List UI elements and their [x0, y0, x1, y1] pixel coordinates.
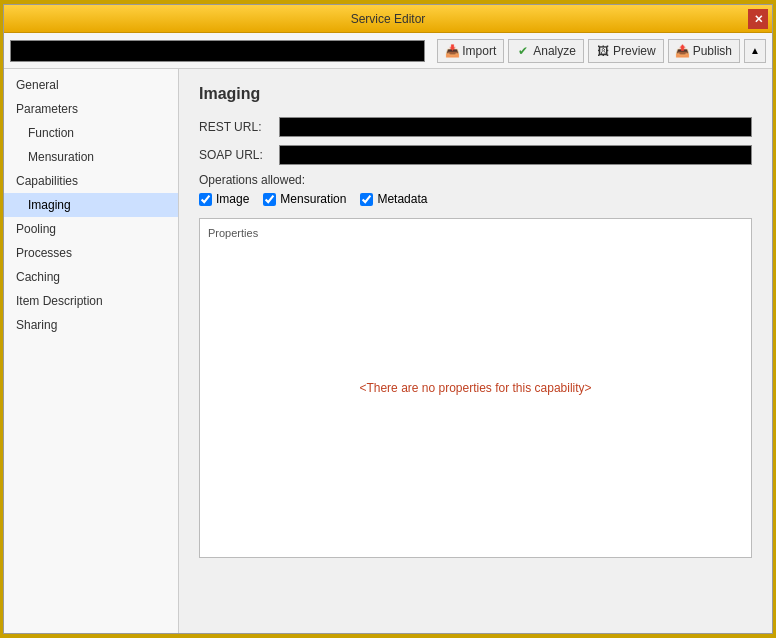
- title-bar: Service Editor ✕: [4, 5, 772, 33]
- close-button[interactable]: ✕: [748, 9, 768, 29]
- window-title: Service Editor: [351, 12, 426, 26]
- sidebar-item-caching[interactable]: Caching: [4, 265, 178, 289]
- section-title: Imaging: [199, 85, 752, 103]
- sidebar-item-sharing[interactable]: Sharing: [4, 313, 178, 337]
- main-content: General Parameters Function Mensuration …: [4, 69, 772, 633]
- publish-button[interactable]: 📤 Publish: [668, 39, 740, 63]
- sidebar-item-imaging[interactable]: Imaging: [4, 193, 178, 217]
- preview-icon: 🖼: [596, 44, 610, 58]
- rest-url-label: REST URL:: [199, 120, 279, 134]
- analyze-button[interactable]: ✔ Analyze: [508, 39, 584, 63]
- checkbox-metadata-input[interactable]: [360, 193, 373, 206]
- sidebar-item-pooling[interactable]: Pooling: [4, 217, 178, 241]
- soap-url-value[interactable]: [279, 145, 752, 165]
- soap-url-label: SOAP URL:: [199, 148, 279, 162]
- sidebar-item-parameters[interactable]: Parameters: [4, 97, 178, 121]
- sidebar-item-capabilities[interactable]: Capabilities: [4, 169, 178, 193]
- toolbar: 📥 Import ✔ Analyze 🖼 Preview 📤 Publish ▲: [4, 33, 772, 69]
- sidebar-item-processes[interactable]: Processes: [4, 241, 178, 265]
- rest-url-row: REST URL:: [199, 117, 752, 137]
- rest-url-value[interactable]: [279, 117, 752, 137]
- operations-label: Operations allowed:: [199, 173, 752, 187]
- import-button[interactable]: 📥 Import: [437, 39, 504, 63]
- checkboxes-row: Image Mensuration Metadata: [199, 192, 752, 206]
- main-window: Service Editor ✕ 📥 Import ✔ Analyze 🖼 Pr…: [3, 4, 773, 634]
- checkbox-image-input[interactable]: [199, 193, 212, 206]
- soap-url-row: SOAP URL:: [199, 145, 752, 165]
- checkbox-image[interactable]: Image: [199, 192, 249, 206]
- url-bar[interactable]: [10, 40, 425, 62]
- sidebar-item-general[interactable]: General: [4, 73, 178, 97]
- sidebar-item-function[interactable]: Function: [4, 121, 178, 145]
- no-properties-message: <There are no properties for this capabi…: [359, 381, 591, 395]
- content-area: Imaging REST URL: SOAP URL: Operations a…: [179, 69, 772, 633]
- checkbox-metadata[interactable]: Metadata: [360, 192, 427, 206]
- publish-icon: 📤: [676, 44, 690, 58]
- preview-button[interactable]: 🖼 Preview: [588, 39, 664, 63]
- sidebar-item-item-description[interactable]: Item Description: [4, 289, 178, 313]
- sidebar-item-mensuration[interactable]: Mensuration: [4, 145, 178, 169]
- properties-label: Properties: [208, 227, 743, 239]
- import-icon: 📥: [445, 44, 459, 58]
- checkbox-mensuration-input[interactable]: [263, 193, 276, 206]
- checkbox-mensuration[interactable]: Mensuration: [263, 192, 346, 206]
- properties-box: Properties <There are no properties for …: [199, 218, 752, 558]
- sidebar: General Parameters Function Mensuration …: [4, 69, 179, 633]
- analyze-icon: ✔: [516, 44, 530, 58]
- expand-button[interactable]: ▲: [744, 39, 766, 63]
